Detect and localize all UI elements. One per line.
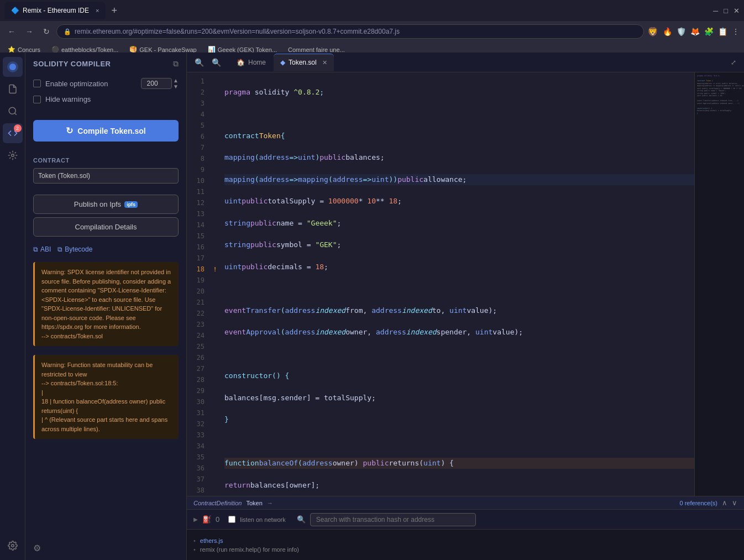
line-num-27: 27 bbox=[187, 363, 210, 374]
contract-def-arrow: → bbox=[267, 500, 273, 506]
line-num-38: 38 bbox=[187, 485, 210, 496]
menu-icon[interactable]: ⋮ bbox=[732, 27, 740, 36]
back-button[interactable]: ← bbox=[4, 25, 19, 38]
enable-optimization-checkbox[interactable] bbox=[33, 80, 41, 87]
listen-network-checkbox[interactable] bbox=[228, 516, 235, 523]
line-num-28: 28 bbox=[187, 374, 210, 385]
code-line-16: } bbox=[224, 414, 694, 425]
browser-control-maximize[interactable]: □ bbox=[724, 7, 728, 15]
references-label: 0 reference(s) bbox=[680, 500, 717, 506]
browser-control-close[interactable]: ✕ bbox=[733, 7, 740, 15]
expand-button[interactable]: ⤢ bbox=[727, 57, 740, 67]
references-down-button[interactable]: ∨ bbox=[732, 499, 737, 507]
code-line-7: string public name = "Geeek"; bbox=[224, 218, 694, 229]
line-num-9: 9 bbox=[187, 164, 210, 175]
contract-select[interactable]: Token (Token.sol) bbox=[33, 168, 179, 184]
compilation-details-button[interactable]: Compilation Details bbox=[33, 217, 179, 237]
runs-decrement-button[interactable]: ▼ bbox=[173, 83, 179, 90]
abi-copy-icon: ⧉ bbox=[33, 245, 38, 253]
home-tab-label: Home bbox=[248, 59, 266, 66]
iconbar-files[interactable] bbox=[3, 79, 23, 99]
tab-home[interactable]: 🏠 Home bbox=[230, 54, 273, 71]
iconbar-tools[interactable] bbox=[3, 536, 23, 556]
iconbar-debug[interactable] bbox=[3, 145, 23, 165]
line-num-15: 15 bbox=[187, 231, 210, 242]
iconbar-search[interactable] bbox=[3, 101, 23, 121]
code-line-4: mapping(address => uint) public balances… bbox=[224, 152, 694, 163]
line-num-37: 37 bbox=[187, 474, 210, 485]
sidebar-ext-icon[interactable]: 📋 bbox=[718, 27, 727, 36]
triangle-icon: ▶ bbox=[193, 516, 198, 522]
brave-rewards-icon[interactable]: 🔥 bbox=[663, 27, 672, 36]
hide-warnings-checkbox[interactable] bbox=[33, 96, 41, 103]
line-num-14: 14 bbox=[187, 219, 210, 231]
gas-value: 0 bbox=[216, 515, 219, 524]
code-line-17 bbox=[224, 436, 694, 447]
line-num-8: 8 bbox=[187, 153, 210, 164]
remix-logo-icon bbox=[6, 60, 19, 74]
code-editor: 1 2 3 4 5 6 7 8 9 10 11 12 13 14 15 16 1… bbox=[187, 72, 744, 496]
line-num-2: 2 bbox=[187, 87, 210, 98]
compilation-details-label: Compilation Details bbox=[75, 223, 137, 231]
abi-label: ABI bbox=[40, 245, 51, 253]
zoom-out-button[interactable]: 🔍 bbox=[191, 57, 207, 68]
bytecode-copy-icon: ⧉ bbox=[57, 245, 62, 253]
transaction-search-input[interactable] bbox=[310, 513, 476, 526]
line-num-23: 23 bbox=[187, 319, 210, 330]
remix-help-text: remix (run remix.help() for more info) bbox=[200, 546, 299, 553]
line-num-19: 19 bbox=[187, 275, 210, 286]
line-num-18: 18 bbox=[187, 264, 210, 275]
zoom-in-button[interactable]: 🔍 bbox=[208, 57, 224, 68]
bottom-panel: • ethers.js • remix (run remix.help() fo… bbox=[187, 529, 744, 560]
svg-point-1 bbox=[9, 64, 16, 70]
compile-button[interactable]: ↻ Compile Token.sol bbox=[33, 120, 179, 142]
runs-input[interactable] bbox=[141, 78, 172, 89]
line-num-35: 35 bbox=[187, 452, 210, 463]
code-line-19: return balances[owner]; bbox=[224, 480, 694, 491]
line-num-12: 12 bbox=[187, 197, 210, 208]
bookmark-label-1: eattheblocks/Token... bbox=[61, 46, 118, 53]
iconbar-compiler[interactable]: 2 bbox=[3, 123, 23, 143]
line-num-16: 16 bbox=[187, 242, 210, 253]
sidebar-copy-icon[interactable]: ⧉ bbox=[173, 59, 179, 69]
hide-warnings-label: Hide warnings bbox=[45, 95, 91, 103]
icon-bar: 2 bbox=[0, 53, 25, 560]
code-content[interactable]: pragma solidity ^0.8.2; contract Token {… bbox=[220, 72, 694, 496]
brave-shield-icon[interactable]: 🦁 bbox=[647, 27, 658, 37]
search-bar: ▶ ⛽ 0 listen on network 🔍 bbox=[187, 509, 744, 529]
code-line-13 bbox=[224, 349, 694, 360]
forward-button[interactable]: → bbox=[22, 25, 36, 38]
line-num-1: 1 bbox=[187, 76, 210, 87]
address-bar[interactable]: 🔒 remix.ethereum.org/#optimize=false&run… bbox=[56, 24, 644, 39]
settings-bottom-icon[interactable]: ⚙ bbox=[33, 543, 41, 553]
tab-close-icon[interactable]: × bbox=[96, 7, 99, 14]
extensions-icon[interactable]: 🧩 bbox=[704, 27, 714, 36]
contract-section-label: CONTRACT bbox=[33, 157, 179, 164]
bytecode-link[interactable]: ⧉ Bytecode bbox=[57, 245, 92, 253]
new-tab-button[interactable]: + bbox=[108, 5, 120, 17]
files-icon bbox=[8, 84, 18, 94]
remix-tab-icon: 🔷 bbox=[11, 7, 19, 14]
line-num-7: 7 bbox=[187, 142, 210, 153]
runs-increment-button[interactable]: ▲ bbox=[173, 77, 179, 83]
extension1-icon[interactable]: 🛡️ bbox=[677, 27, 686, 36]
ethers-link[interactable]: ethers.js bbox=[200, 537, 223, 544]
line-num-36: 36 bbox=[187, 463, 210, 474]
abi-link[interactable]: ⧉ ABI bbox=[33, 245, 51, 253]
iconbar-logo[interactable] bbox=[3, 57, 23, 77]
tab-close-token[interactable]: ✕ bbox=[322, 59, 327, 66]
code-line-3: contract Token { bbox=[224, 130, 694, 142]
file-tab-icon: ◆ bbox=[280, 59, 285, 66]
references-up-button[interactable]: ∧ bbox=[722, 499, 727, 507]
line-num-6: 6 bbox=[187, 131, 210, 142]
action-buttons-section: Publish on Ipfs ipfs Compilation Details bbox=[25, 188, 186, 243]
tab-token-sol[interactable]: ◆ Token.sol ✕ bbox=[274, 54, 334, 71]
debug-icon bbox=[8, 150, 18, 160]
extension2-icon[interactable]: 🦊 bbox=[690, 27, 700, 36]
browser-control-minimize[interactable]: ─ bbox=[713, 7, 718, 15]
publish-ipfs-button[interactable]: Publish on Ipfs ipfs bbox=[33, 195, 179, 214]
refresh-button[interactable]: ↻ bbox=[40, 25, 53, 38]
line-numbers: 1 2 3 4 5 6 7 8 9 10 11 12 13 14 15 16 1… bbox=[187, 72, 210, 496]
browser-tab-remix[interactable]: 🔷 Remix - Ethereum IDE × bbox=[4, 2, 106, 19]
line-num-31: 31 bbox=[187, 407, 210, 418]
